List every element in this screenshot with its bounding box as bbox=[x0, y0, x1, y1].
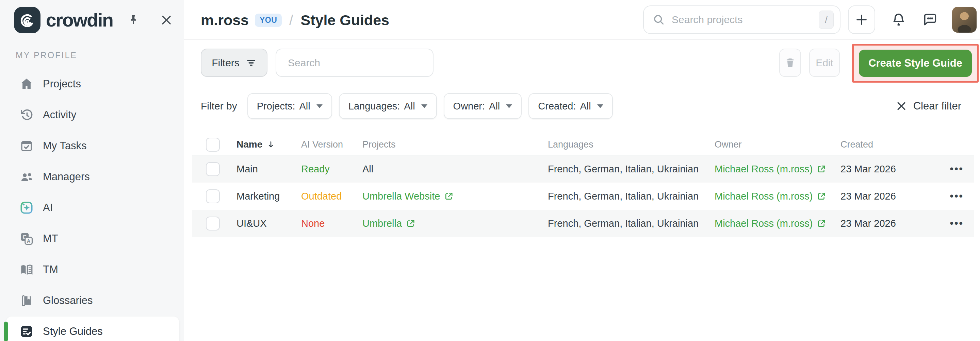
select-all-checkbox[interactable] bbox=[206, 138, 220, 152]
sidebar-item-mt[interactable]: G A MT bbox=[0, 223, 184, 254]
owner-link-label: Michael Ross (m.ross) bbox=[714, 218, 813, 229]
breadcrumb-separator: / bbox=[289, 13, 293, 28]
row-checkbox[interactable] bbox=[206, 217, 220, 230]
column-header-name-label: Name bbox=[237, 139, 262, 150]
sidebar-item-label: My Tasks bbox=[43, 140, 87, 152]
table-row: Main Ready All French, German, Italian, … bbox=[192, 155, 974, 182]
chevron-down-icon bbox=[506, 105, 512, 108]
sidebar-item-label: MT bbox=[43, 233, 58, 245]
owner-link[interactable]: Michael Ross (m.ross) bbox=[714, 163, 826, 175]
filter-chip-created[interactable]: Created: All bbox=[528, 93, 612, 119]
filter-chip-value: All bbox=[404, 101, 415, 112]
edit-button[interactable]: Edit bbox=[809, 49, 840, 77]
sidebar-item-label: Managers bbox=[43, 171, 90, 183]
you-badge: YOU bbox=[255, 14, 282, 27]
owner-link[interactable]: Michael Ross (m.ross) bbox=[714, 218, 826, 229]
pin-sidebar-icon[interactable] bbox=[127, 0, 140, 40]
filter-chip-languages[interactable]: Languages: All bbox=[339, 93, 437, 119]
external-link-icon bbox=[817, 219, 826, 228]
row-checkbox[interactable] bbox=[206, 162, 220, 176]
created-date: 23 Mar 2026 bbox=[840, 182, 896, 210]
languages-value: French, German, Italian, Ukrainian bbox=[548, 182, 698, 210]
row-actions-menu-icon[interactable]: ••• bbox=[950, 217, 964, 229]
sidebar-section-label: MY PROFILE bbox=[16, 50, 184, 60]
sidebar-item-activity[interactable]: Activity bbox=[0, 99, 184, 130]
column-header-projects[interactable]: Projects bbox=[363, 134, 396, 155]
filter-chip-value: All bbox=[580, 101, 591, 112]
project-link[interactable]: Umbrella bbox=[363, 218, 415, 229]
external-link-icon bbox=[817, 192, 826, 201]
filter-icon bbox=[246, 57, 256, 68]
filters-button[interactable]: Filters bbox=[201, 49, 267, 77]
filter-chip-label: Projects: bbox=[257, 101, 295, 112]
column-header-name[interactable]: Name bbox=[237, 134, 275, 155]
style-guide-name: UI&UX bbox=[237, 210, 267, 237]
calendar-check-icon bbox=[19, 138, 34, 153]
sidebar-item-label: TM bbox=[43, 263, 58, 276]
machine-translation-icon: G A bbox=[19, 231, 34, 246]
delete-button[interactable] bbox=[779, 49, 801, 77]
sidebar-item-my-tasks[interactable]: My Tasks bbox=[0, 130, 184, 161]
column-header-languages[interactable]: Languages bbox=[548, 134, 593, 155]
languages-value: French, German, Italian, Ukrainian bbox=[548, 155, 698, 182]
filter-chip-projects[interactable]: Projects: All bbox=[247, 93, 332, 119]
owner-link[interactable]: Michael Ross (m.ross) bbox=[714, 191, 826, 202]
main-area: m.ross YOU / Style Guides / bbox=[184, 0, 980, 341]
crowdin-logo-icon[interactable] bbox=[14, 7, 40, 33]
sidebar-item-style-guides[interactable]: Style Guides bbox=[0, 316, 184, 341]
notifications-bell-icon[interactable] bbox=[891, 12, 907, 27]
create-new-button[interactable] bbox=[848, 5, 875, 34]
global-search[interactable]: / bbox=[643, 5, 840, 34]
created-date: 23 Mar 2026 bbox=[840, 210, 896, 237]
chevron-down-icon bbox=[421, 105, 427, 108]
active-item-accent-bar bbox=[4, 322, 8, 341]
row-actions-menu-icon[interactable]: ••• bbox=[950, 190, 964, 202]
ai-version-status: Ready bbox=[301, 163, 330, 175]
close-sidebar-icon[interactable] bbox=[160, 0, 173, 40]
translation-memory-book-icon bbox=[19, 262, 34, 277]
annotation-highlight-box: Create Style Guide bbox=[852, 44, 978, 82]
filter-chip-owner[interactable]: Owner: All bbox=[444, 93, 522, 119]
sidebar-item-glossaries[interactable]: Glossaries bbox=[0, 285, 184, 316]
ai-version-status: None bbox=[301, 218, 325, 229]
sidebar-item-managers[interactable]: Managers bbox=[0, 161, 184, 192]
edit-button-label: Edit bbox=[816, 57, 833, 69]
ai-sparkle-icon bbox=[19, 200, 34, 215]
filter-chip-label: Created: bbox=[538, 101, 576, 112]
glossary-book-icon bbox=[19, 293, 34, 308]
search-shortcut-hint: / bbox=[819, 11, 834, 29]
sidebar-item-tm[interactable]: TM bbox=[0, 254, 184, 285]
column-header-ai-version[interactable]: AI Version bbox=[301, 134, 343, 155]
external-link-icon bbox=[444, 192, 453, 201]
create-style-guide-label: Create Style Guide bbox=[869, 57, 962, 69]
table-search-input[interactable] bbox=[275, 49, 434, 77]
ai-version-status: Outdated bbox=[301, 191, 342, 202]
sidebar-item-ai[interactable]: AI bbox=[0, 192, 184, 223]
column-header-created[interactable]: Created bbox=[840, 134, 873, 155]
sidebar-item-projects[interactable]: Projects bbox=[0, 68, 184, 99]
project-link[interactable]: Umbrella Website bbox=[363, 191, 453, 202]
sidebar-item-label: AI bbox=[43, 201, 53, 214]
style-guides-table: Name AI Version Projects Languages Owner… bbox=[192, 134, 974, 237]
project-link-label: Umbrella Website bbox=[363, 191, 440, 202]
owner-link-label: Michael Ross (m.ross) bbox=[714, 163, 813, 175]
user-avatar[interactable] bbox=[952, 7, 977, 33]
filter-chip-value: All bbox=[299, 101, 310, 112]
row-checkbox[interactable] bbox=[206, 189, 220, 203]
sidebar-item-label: Activity bbox=[43, 109, 76, 121]
create-style-guide-button[interactable]: Create Style Guide bbox=[859, 50, 972, 77]
messages-chat-icon[interactable] bbox=[922, 12, 938, 27]
clear-filter-button[interactable]: Clear filter bbox=[896, 100, 961, 112]
sidebar-nav: Projects Activity bbox=[0, 68, 184, 341]
breadcrumb-user[interactable]: m.ross bbox=[201, 12, 249, 29]
filter-chip-label: Languages: bbox=[348, 101, 400, 112]
table-row: UI&UX None Umbrella French, German, Ital… bbox=[192, 210, 974, 237]
global-search-input[interactable] bbox=[671, 14, 819, 26]
filters-button-label: Filters bbox=[212, 57, 240, 69]
filter-chip-value: All bbox=[489, 101, 500, 112]
clear-filter-label: Clear filter bbox=[913, 100, 961, 112]
row-actions-menu-icon[interactable]: ••• bbox=[950, 163, 964, 175]
svg-text:A: A bbox=[27, 238, 30, 243]
languages-value: French, German, Italian, Ukrainian bbox=[548, 210, 698, 237]
column-header-owner[interactable]: Owner bbox=[714, 134, 742, 155]
